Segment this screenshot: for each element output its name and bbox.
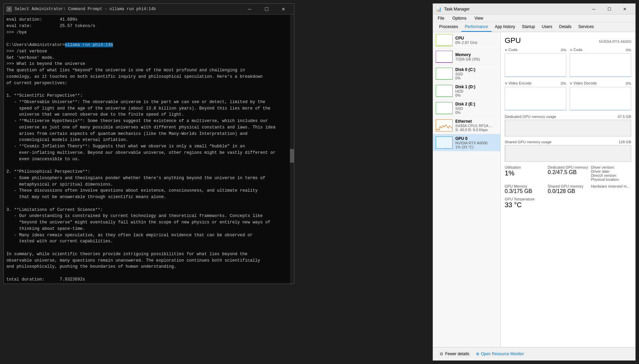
encode-graph: [505, 87, 566, 111]
chevron-left-icon: ⊙: [440, 351, 443, 356]
hardware-reserved-label: Hardware reserved m...: [591, 184, 631, 188]
resource-monitor-icon: ⊕: [476, 351, 479, 356]
tm-tabs: Processes Performance App history Startu…: [433, 22, 635, 32]
gpu-cuda-cols: ∨ Cuda 0% ∨ Cuda 0%: [505, 48, 631, 77]
disk2-info: Disk 2 (E:) SSD 0%: [455, 102, 498, 115]
fewer-details-button[interactable]: ⊙ Fewer details: [437, 350, 472, 358]
resource-item-memory[interactable]: Memory 7/256 GB (3%): [433, 49, 500, 65]
cmd-scrollbar[interactable]: [290, 15, 294, 284]
resource-item-disk2[interactable]: Disk 2 (E:) SSD 0%: [433, 100, 500, 117]
open-resource-monitor-link[interactable]: ⊕ Open Resource Monitor: [476, 351, 524, 356]
cmd-titlebar: ⚡ Select Administrator: Command Prompt -…: [4, 4, 294, 15]
ethernet-name: Ethernet: [455, 119, 498, 124]
gpu-title: GPU: [505, 36, 521, 45]
physical-location-label: Physical location:: [591, 177, 631, 181]
tm-titlebar: 📊 Task Manager ─ ☐ ✕: [433, 4, 635, 15]
resource-item-cpu[interactable]: CPU 0% 2.87 GHz: [433, 32, 500, 49]
tm-close-button[interactable]: ✕: [617, 4, 633, 15]
cmd-title: Select Administrator: Command Prompt - o…: [15, 7, 242, 11]
gpu-video-cols: ∨ Video Encode 0% ∨ Video Decode 0%: [505, 81, 631, 111]
utilisation-value: 1%: [505, 169, 545, 177]
resource-item-disk0[interactable]: Disk 0 (C:) SSD 0%: [433, 65, 500, 82]
disk1-usage: 0%: [455, 93, 498, 97]
disk1-graph: [436, 85, 453, 97]
decode-label: ∨ Video Decode: [570, 81, 597, 86]
cuda-left-pct: 0%: [561, 48, 566, 52]
cuda-right-graph: [570, 53, 631, 77]
tm-menu-file[interactable]: File: [436, 15, 446, 21]
shared-mem-bar: [505, 145, 631, 162]
tab-app-history[interactable]: App history: [492, 22, 519, 32]
tab-services[interactable]: Services: [575, 22, 597, 32]
cmd-close-button[interactable]: ✕: [276, 4, 291, 15]
gpu-video-decode-col: ∨ Video Decode 0%: [570, 81, 631, 111]
dedicated-mem-stat-value: 0.2/47.5 GB: [548, 169, 588, 175]
tm-maximize-button[interactable]: ☐: [601, 4, 617, 15]
tm-minimize-button[interactable]: ─: [586, 4, 601, 15]
dedicated-mem-value: 47.5 GB: [618, 115, 631, 119]
dedicated-mem-label: Dedicated GPU memory usage: [505, 115, 556, 119]
disk0-info: Disk 0 (C:) SSD 0%: [455, 67, 498, 80]
gpu-video-section: ∨ Video Encode 0% ∨ Video Decode 0%: [505, 81, 631, 111]
cmd-window: ⚡ Select Administrator: Command Prompt -…: [3, 3, 294, 284]
tm-icon: 📊: [436, 6, 441, 12]
cmd-content-area[interactable]: eval duration: 41.609s eval rate: 25.57 …: [4, 15, 294, 284]
cuda-right-label: ∨ Cuda: [570, 48, 582, 52]
tm-menu-options[interactable]: Options: [450, 15, 468, 21]
ethernet-usage: S: 40.0 R: 8.0 Kbps: [455, 128, 498, 132]
tm-main-content: GPU NVIDIA RTX A6000 ∨ Cuda 0%: [501, 32, 635, 347]
shared-mem-label: Shared GPU memory usage: [505, 140, 551, 144]
resource-item-ethernet[interactable]: Ethernet SX83A CPU1 RP1A ... S: 40.0 R: …: [433, 117, 500, 134]
cpu-info: CPU 0% 2.87 GHz: [455, 36, 498, 45]
cmd-text: eval duration: 41.609s eval rate: 25.57 …: [6, 17, 291, 284]
shared-mem-stat-label: Shared GPU memory: [548, 184, 588, 188]
stat-gpu-memory: GPU Memory 0.3/175 GB: [505, 184, 545, 194]
gpu-video-encode-col: ∨ Video Encode 0%: [505, 81, 566, 111]
gpu-model-label: NVIDIA RTX A6000: [599, 40, 631, 44]
disk0-usage: 0%: [455, 76, 498, 80]
tab-startup[interactable]: Startup: [519, 22, 539, 32]
resource-item-gpu[interactable]: GPU 0 NVIDIA RTX A6000 1% (33 °C): [433, 134, 500, 151]
disk2-usage: 0%: [455, 111, 498, 115]
gpu-info: GPU 0 NVIDIA RTX A6000 1% (33 °C): [455, 136, 498, 149]
tm-window-controls: ─ ☐ ✕: [586, 4, 633, 15]
gpu-mem-value: 0.3/175 GB: [505, 188, 545, 194]
ethernet-info: Ethernet SX83A CPU1 RP1A ... S: 40.0 R: …: [455, 119, 498, 132]
gpu-cuda-section: ∨ Cuda 0% ∨ Cuda 0%: [505, 48, 631, 77]
memory-info: Memory 7/256 GB (3%): [455, 52, 498, 61]
dedicated-mem-bar: [505, 120, 631, 137]
gpu-encode-header: ∨ Video Encode 0%: [505, 81, 566, 86]
disk0-graph: [436, 68, 453, 80]
gpu-decode-header: ∨ Video Decode 0%: [570, 81, 631, 86]
decode-pct: 0%: [626, 81, 631, 86]
gpu-graph-mini: [436, 137, 453, 149]
cmd-scrollbar-thumb[interactable]: [290, 149, 294, 163]
tm-menubar: File Options View: [433, 15, 635, 22]
tm-sidebar[interactable]: CPU 0% 2.87 GHz Memory 7/256 GB (3%): [433, 32, 501, 347]
stat-utilisation: Utilisation 1%: [505, 165, 545, 181]
dedicated-mem-fill: [505, 120, 505, 136]
gpu-mem-label: GPU Memory: [505, 184, 545, 188]
gpu-cuda-left-header: ∨ Cuda 0%: [505, 48, 566, 52]
disk1-name: Disk 1 (D:): [455, 84, 498, 89]
ethernet-adapter: SX83A CPU1 RP1A ...: [455, 124, 498, 128]
encode-pct: 0%: [561, 81, 566, 86]
dedicated-mem-stat-label: Dedicated GPU memory: [548, 165, 588, 169]
dedicated-mem-header: Dedicated GPU memory usage 47.5 GB: [505, 115, 631, 119]
tab-performance[interactable]: Performance: [461, 22, 492, 32]
resource-item-disk1[interactable]: Disk 1 (D:) HDD 0%: [433, 82, 500, 100]
cmd-restore-button[interactable]: ☐: [259, 4, 274, 15]
tm-title: Task Manager: [444, 7, 586, 11]
gpu-cuda-left-col: ∨ Cuda 0%: [505, 48, 566, 77]
gpu-temp-value: 33 °C: [505, 201, 545, 209]
tm-menu-view[interactable]: View: [473, 15, 485, 21]
tab-processes[interactable]: Processes: [436, 22, 461, 32]
stat-dedicated-mem: Dedicated GPU memory 0.2/47.5 GB: [548, 165, 588, 181]
tab-users[interactable]: Users: [538, 22, 555, 32]
tab-details[interactable]: Details: [556, 22, 575, 32]
stat-gpu-temp: GPU Temperature 33 °C: [505, 197, 545, 209]
encode-label: ∨ Video Encode: [505, 81, 531, 86]
cmd-window-controls: ─ ☐ ✕: [242, 4, 291, 15]
shared-mem-header: Shared GPU memory usage 128 GB: [505, 140, 631, 144]
cmd-minimize-button[interactable]: ─: [242, 4, 257, 15]
